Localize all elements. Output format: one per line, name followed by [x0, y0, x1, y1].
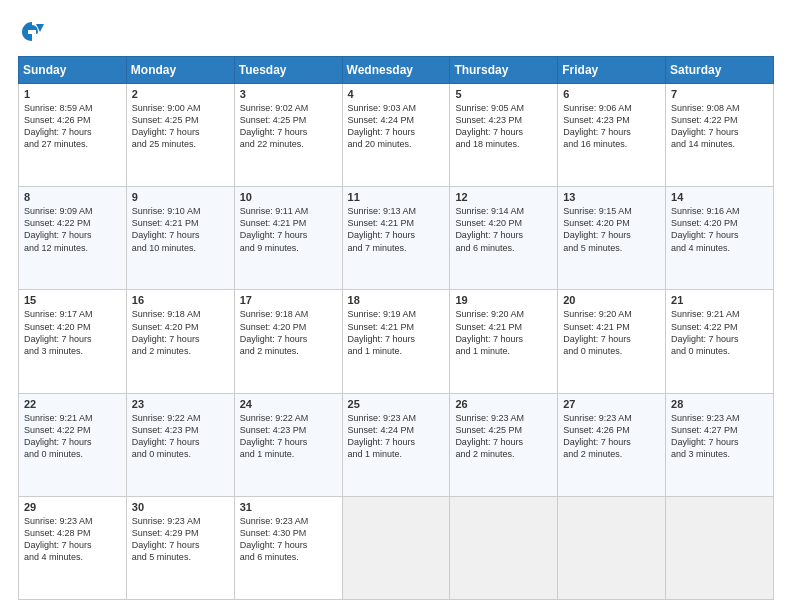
calendar-cell: [342, 496, 450, 599]
day-number: 8: [24, 191, 121, 203]
cell-details: Sunrise: 9:05 AMSunset: 4:23 PMDaylight:…: [455, 102, 552, 151]
cell-details: Sunrise: 9:20 AMSunset: 4:21 PMDaylight:…: [455, 308, 552, 357]
logo-icon: [18, 18, 46, 46]
day-number: 7: [671, 88, 768, 100]
calendar-cell: 4Sunrise: 9:03 AMSunset: 4:24 PMDaylight…: [342, 84, 450, 187]
day-of-week-header: Tuesday: [234, 57, 342, 84]
page: SundayMondayTuesdayWednesdayThursdayFrid…: [0, 0, 792, 612]
cell-details: Sunrise: 9:23 AMSunset: 4:29 PMDaylight:…: [132, 515, 229, 564]
calendar-cell: [558, 496, 666, 599]
day-number: 30: [132, 501, 229, 513]
calendar-cell: 5Sunrise: 9:05 AMSunset: 4:23 PMDaylight…: [450, 84, 558, 187]
day-number: 23: [132, 398, 229, 410]
calendar-cell: 19Sunrise: 9:20 AMSunset: 4:21 PMDayligh…: [450, 290, 558, 393]
calendar-cell: 14Sunrise: 9:16 AMSunset: 4:20 PMDayligh…: [666, 187, 774, 290]
day-number: 1: [24, 88, 121, 100]
day-number: 10: [240, 191, 337, 203]
day-number: 2: [132, 88, 229, 100]
calendar-cell: 13Sunrise: 9:15 AMSunset: 4:20 PMDayligh…: [558, 187, 666, 290]
day-number: 22: [24, 398, 121, 410]
cell-details: Sunrise: 9:18 AMSunset: 4:20 PMDaylight:…: [240, 308, 337, 357]
day-number: 6: [563, 88, 660, 100]
cell-details: Sunrise: 9:23 AMSunset: 4:24 PMDaylight:…: [348, 412, 445, 461]
day-number: 5: [455, 88, 552, 100]
day-number: 26: [455, 398, 552, 410]
day-number: 4: [348, 88, 445, 100]
day-number: 3: [240, 88, 337, 100]
calendar-cell: 27Sunrise: 9:23 AMSunset: 4:26 PMDayligh…: [558, 393, 666, 496]
calendar-cell: 26Sunrise: 9:23 AMSunset: 4:25 PMDayligh…: [450, 393, 558, 496]
cell-details: Sunrise: 9:14 AMSunset: 4:20 PMDaylight:…: [455, 205, 552, 254]
cell-details: Sunrise: 9:23 AMSunset: 4:30 PMDaylight:…: [240, 515, 337, 564]
calendar-cell: 21Sunrise: 9:21 AMSunset: 4:22 PMDayligh…: [666, 290, 774, 393]
calendar-cell: 29Sunrise: 9:23 AMSunset: 4:28 PMDayligh…: [19, 496, 127, 599]
day-of-week-header: Saturday: [666, 57, 774, 84]
calendar-cell: 25Sunrise: 9:23 AMSunset: 4:24 PMDayligh…: [342, 393, 450, 496]
day-number: 14: [671, 191, 768, 203]
day-number: 11: [348, 191, 445, 203]
calendar-cell: 1Sunrise: 8:59 AMSunset: 4:26 PMDaylight…: [19, 84, 127, 187]
day-of-week-header: Friday: [558, 57, 666, 84]
calendar-cell: [666, 496, 774, 599]
day-number: 15: [24, 294, 121, 306]
calendar-cell: 15Sunrise: 9:17 AMSunset: 4:20 PMDayligh…: [19, 290, 127, 393]
calendar-cell: 11Sunrise: 9:13 AMSunset: 4:21 PMDayligh…: [342, 187, 450, 290]
day-of-week-header: Thursday: [450, 57, 558, 84]
calendar-cell: [450, 496, 558, 599]
cell-details: Sunrise: 9:23 AMSunset: 4:28 PMDaylight:…: [24, 515, 121, 564]
day-number: 20: [563, 294, 660, 306]
day-number: 24: [240, 398, 337, 410]
cell-details: Sunrise: 9:13 AMSunset: 4:21 PMDaylight:…: [348, 205, 445, 254]
cell-details: Sunrise: 9:22 AMSunset: 4:23 PMDaylight:…: [240, 412, 337, 461]
day-of-week-header: Monday: [126, 57, 234, 84]
cell-details: Sunrise: 9:03 AMSunset: 4:24 PMDaylight:…: [348, 102, 445, 151]
cell-details: Sunrise: 9:19 AMSunset: 4:21 PMDaylight:…: [348, 308, 445, 357]
day-number: 18: [348, 294, 445, 306]
cell-details: Sunrise: 9:23 AMSunset: 4:26 PMDaylight:…: [563, 412, 660, 461]
calendar-cell: 17Sunrise: 9:18 AMSunset: 4:20 PMDayligh…: [234, 290, 342, 393]
calendar-cell: 10Sunrise: 9:11 AMSunset: 4:21 PMDayligh…: [234, 187, 342, 290]
calendar-cell: 2Sunrise: 9:00 AMSunset: 4:25 PMDaylight…: [126, 84, 234, 187]
cell-details: Sunrise: 9:17 AMSunset: 4:20 PMDaylight:…: [24, 308, 121, 357]
logo: [18, 18, 50, 46]
cell-details: Sunrise: 9:00 AMSunset: 4:25 PMDaylight:…: [132, 102, 229, 151]
header: [18, 18, 774, 46]
calendar-cell: 28Sunrise: 9:23 AMSunset: 4:27 PMDayligh…: [666, 393, 774, 496]
cell-details: Sunrise: 9:06 AMSunset: 4:23 PMDaylight:…: [563, 102, 660, 151]
calendar-cell: 9Sunrise: 9:10 AMSunset: 4:21 PMDaylight…: [126, 187, 234, 290]
cell-details: Sunrise: 9:23 AMSunset: 4:27 PMDaylight:…: [671, 412, 768, 461]
cell-details: Sunrise: 9:22 AMSunset: 4:23 PMDaylight:…: [132, 412, 229, 461]
day-number: 25: [348, 398, 445, 410]
cell-details: Sunrise: 9:08 AMSunset: 4:22 PMDaylight:…: [671, 102, 768, 151]
cell-details: Sunrise: 9:21 AMSunset: 4:22 PMDaylight:…: [24, 412, 121, 461]
day-number: 27: [563, 398, 660, 410]
calendar-cell: 20Sunrise: 9:20 AMSunset: 4:21 PMDayligh…: [558, 290, 666, 393]
day-number: 28: [671, 398, 768, 410]
cell-details: Sunrise: 8:59 AMSunset: 4:26 PMDaylight:…: [24, 102, 121, 151]
calendar-cell: 22Sunrise: 9:21 AMSunset: 4:22 PMDayligh…: [19, 393, 127, 496]
day-number: 13: [563, 191, 660, 203]
day-number: 9: [132, 191, 229, 203]
cell-details: Sunrise: 9:18 AMSunset: 4:20 PMDaylight:…: [132, 308, 229, 357]
calendar-cell: 16Sunrise: 9:18 AMSunset: 4:20 PMDayligh…: [126, 290, 234, 393]
cell-details: Sunrise: 9:21 AMSunset: 4:22 PMDaylight:…: [671, 308, 768, 357]
day-number: 19: [455, 294, 552, 306]
calendar-cell: 3Sunrise: 9:02 AMSunset: 4:25 PMDaylight…: [234, 84, 342, 187]
day-number: 29: [24, 501, 121, 513]
calendar-cell: 8Sunrise: 9:09 AMSunset: 4:22 PMDaylight…: [19, 187, 127, 290]
calendar-cell: 23Sunrise: 9:22 AMSunset: 4:23 PMDayligh…: [126, 393, 234, 496]
cell-details: Sunrise: 9:16 AMSunset: 4:20 PMDaylight:…: [671, 205, 768, 254]
cell-details: Sunrise: 9:09 AMSunset: 4:22 PMDaylight:…: [24, 205, 121, 254]
calendar-cell: 31Sunrise: 9:23 AMSunset: 4:30 PMDayligh…: [234, 496, 342, 599]
calendar-cell: 30Sunrise: 9:23 AMSunset: 4:29 PMDayligh…: [126, 496, 234, 599]
day-number: 16: [132, 294, 229, 306]
calendar-cell: 12Sunrise: 9:14 AMSunset: 4:20 PMDayligh…: [450, 187, 558, 290]
calendar-table: SundayMondayTuesdayWednesdayThursdayFrid…: [18, 56, 774, 600]
day-number: 12: [455, 191, 552, 203]
calendar-cell: 18Sunrise: 9:19 AMSunset: 4:21 PMDayligh…: [342, 290, 450, 393]
day-number: 17: [240, 294, 337, 306]
cell-details: Sunrise: 9:10 AMSunset: 4:21 PMDaylight:…: [132, 205, 229, 254]
calendar-cell: 6Sunrise: 9:06 AMSunset: 4:23 PMDaylight…: [558, 84, 666, 187]
cell-details: Sunrise: 9:23 AMSunset: 4:25 PMDaylight:…: [455, 412, 552, 461]
cell-details: Sunrise: 9:20 AMSunset: 4:21 PMDaylight:…: [563, 308, 660, 357]
